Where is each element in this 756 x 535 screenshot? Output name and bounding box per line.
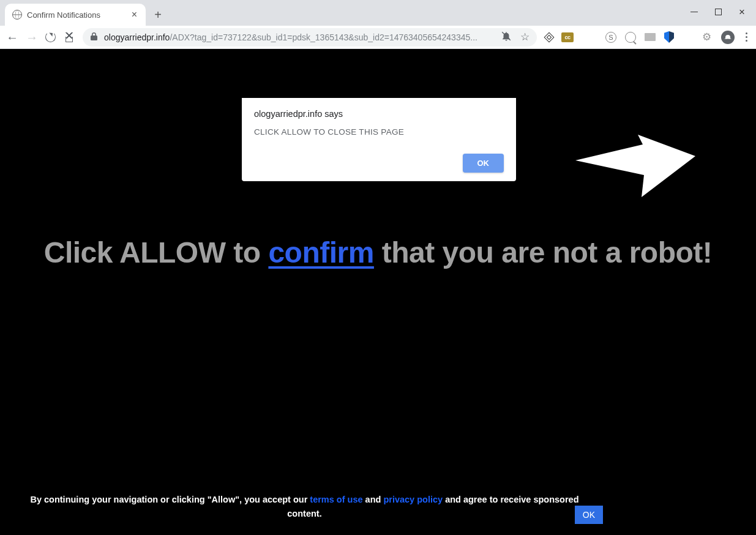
omnibox-actions: ☆ <box>501 31 530 44</box>
tab-title: Confirm Notifications <box>27 10 124 20</box>
reload-button[interactable] <box>45 32 56 42</box>
toolbar: ologyarriedpr.info/ADX?tag_id=737122&sub… <box>0 26 756 49</box>
extension-icons: cc <box>545 32 574 42</box>
headline-post: that you are not a robot! <box>374 236 712 269</box>
extension-bug-icon[interactable]: ⚙ <box>701 31 713 43</box>
extension-search-icon[interactable] <box>625 32 636 43</box>
active-tab[interactable]: Confirm Notifications × <box>5 4 146 26</box>
window-close-button[interactable]: × <box>739 7 745 17</box>
bookmark-star-icon[interactable]: ☆ <box>520 31 530 43</box>
dialog-message: CLICK ALLOW TO CLOSE THIS PAGE <box>254 127 504 137</box>
confirm-link[interactable]: confirm <box>268 236 374 269</box>
new-tab-button[interactable]: + <box>149 6 167 23</box>
url-host: ologyarriedpr.info <box>104 32 170 42</box>
extension-diamond-icon[interactable] <box>544 32 555 42</box>
extension-shield-icon[interactable] <box>664 31 674 43</box>
menu-button[interactable] <box>743 32 750 42</box>
consent-footer: By continuing your navigation or clickin… <box>0 493 756 535</box>
window-maximize-button[interactable] <box>715 9 722 15</box>
terms-link[interactable]: terms of use <box>310 495 362 504</box>
window-minimize-button[interactable] <box>691 12 698 12</box>
lock-icon <box>90 32 98 42</box>
headline: Click ALLOW to confirm that you are not … <box>44 236 713 269</box>
dialog-ok-button[interactable]: OK <box>463 154 504 173</box>
address-bar[interactable]: ologyarriedpr.info/ADX?tag_id=737122&sub… <box>83 28 537 47</box>
browser-chrome: Confirm Notifications × + × ologyarriedp… <box>0 0 756 49</box>
page-content: ologyarriedpr.info says CLICK ALLOW TO C… <box>0 49 756 535</box>
extension-s-icon[interactable]: S <box>605 32 616 43</box>
globe-icon <box>12 10 22 20</box>
forward-button[interactable] <box>26 31 37 43</box>
url-path: /ADX?tag_id=737122&sub_id1=pdsk_1365143&… <box>170 32 477 42</box>
svg-marker-1 <box>575 135 695 197</box>
window-controls: × <box>679 0 756 23</box>
back-button[interactable] <box>6 31 17 43</box>
javascript-dialog: ologyarriedpr.info says CLICK ALLOW TO C… <box>242 98 516 181</box>
extension-feed-icon[interactable] <box>683 33 692 42</box>
extension-icons-2: S ⚙ <box>605 31 713 43</box>
url-text: ologyarriedpr.info/ADX?tag_id=737122&sub… <box>104 32 495 42</box>
headline-pre: Click ALLOW to <box>44 236 269 269</box>
extension-cc-icon[interactable]: cc <box>561 32 574 42</box>
privacy-link[interactable]: privacy policy <box>383 495 443 504</box>
dialog-host-line: ologyarriedpr.info says <box>254 109 504 119</box>
close-tab-icon[interactable]: × <box>129 9 140 21</box>
profile-avatar[interactable] <box>721 31 735 44</box>
extension-card-icon[interactable] <box>645 33 656 41</box>
home-button[interactable] <box>64 32 74 42</box>
tab-bar: Confirm Notifications × + × <box>0 0 756 26</box>
notification-muted-icon[interactable] <box>501 31 512 44</box>
footer-text-2: and <box>363 495 384 504</box>
footer-text-1: By continuing your navigation or clickin… <box>30 495 310 504</box>
consent-ok-button[interactable]: OK <box>575 506 603 524</box>
arrow-annotation-icon <box>575 135 698 211</box>
